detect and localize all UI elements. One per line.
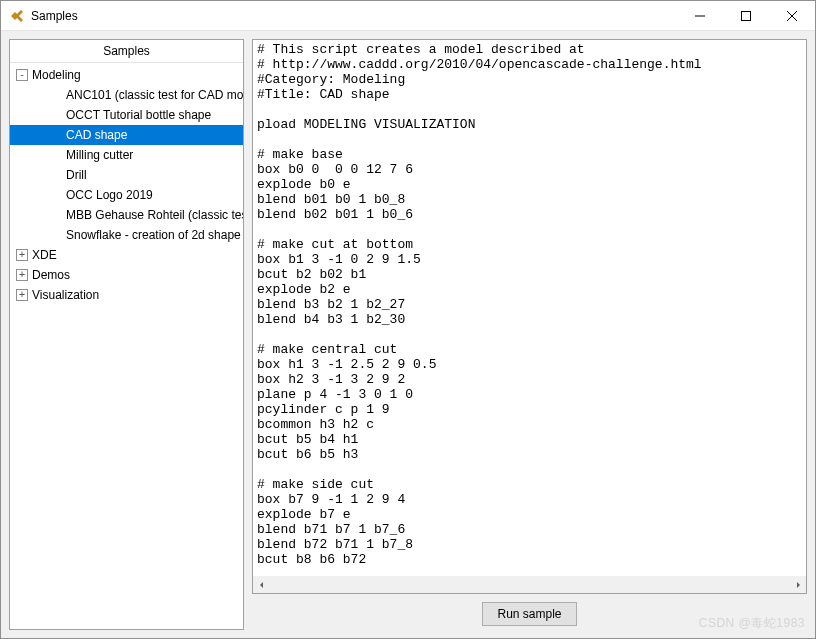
close-button[interactable] [769, 1, 815, 31]
titlebar-left: Samples [1, 8, 78, 24]
expander-spacer [50, 129, 62, 141]
tree-item[interactable]: OCCT Tutorial bottle shape [10, 105, 243, 125]
tree-item-label: OCC Logo 2019 [66, 188, 153, 202]
tree-item[interactable]: Snowflake - creation of 2d shape [10, 225, 243, 245]
tree-view[interactable]: -ModelingANC101 (classic test for CAD mo… [10, 63, 243, 629]
run-row: Run sample [252, 602, 807, 630]
expander-spacer [50, 229, 62, 241]
code-text: # This script creates a model described … [253, 40, 806, 569]
app-window: Samples Samples -ModelingANC101 (classic… [0, 0, 816, 639]
tree-item-label: ANC101 (classic test for CAD modeling) [66, 88, 243, 102]
tree-item-label: CAD shape [66, 128, 127, 142]
scrollbar-track[interactable] [270, 576, 789, 593]
expand-icon[interactable]: + [16, 289, 28, 301]
tree-item-label: Demos [32, 268, 70, 282]
collapse-icon[interactable]: - [16, 69, 28, 81]
code-view[interactable]: # This script creates a model described … [252, 39, 807, 594]
tree-item-label: Drill [66, 168, 87, 182]
svg-rect-1 [742, 11, 751, 20]
expand-icon[interactable]: + [16, 269, 28, 281]
tree-item-label: Milling cutter [66, 148, 133, 162]
tree-panel: Samples -ModelingANC101 (classic test fo… [9, 39, 244, 630]
left-panel: Samples -ModelingANC101 (classic test fo… [1, 31, 244, 638]
expand-icon[interactable]: + [16, 249, 28, 261]
tree-item-label: Modeling [32, 68, 81, 82]
tree-item[interactable]: MBB Gehause Rohteil (classic test for CA… [10, 205, 243, 225]
window-title: Samples [31, 9, 78, 23]
tree-header: Samples [10, 40, 243, 63]
tree-item-label: OCCT Tutorial bottle shape [66, 108, 211, 122]
minimize-button[interactable] [677, 1, 723, 31]
tree-item[interactable]: -Modeling [10, 65, 243, 85]
tree-item-label: Visualization [32, 288, 99, 302]
horizontal-scrollbar[interactable] [253, 576, 806, 593]
maximize-button[interactable] [723, 1, 769, 31]
svg-marker-5 [797, 582, 800, 588]
window-body: Samples -ModelingANC101 (classic test fo… [1, 31, 815, 638]
expander-spacer [50, 89, 62, 101]
run-sample-button[interactable]: Run sample [482, 602, 576, 626]
scroll-right-button[interactable] [789, 576, 806, 593]
expander-spacer [50, 169, 62, 181]
tree-item[interactable]: +Demos [10, 265, 243, 285]
expander-spacer [50, 149, 62, 161]
expander-spacer [50, 189, 62, 201]
tree-item[interactable]: Drill [10, 165, 243, 185]
svg-marker-4 [260, 582, 263, 588]
tree-item-label: Snowflake - creation of 2d shape [66, 228, 241, 242]
tree-item[interactable]: +Visualization [10, 285, 243, 305]
tree-item-label: MBB Gehause Rohteil (classic test for CA… [66, 208, 243, 222]
app-icon [9, 8, 25, 24]
tree-item[interactable]: +XDE [10, 245, 243, 265]
tree-item-label: XDE [32, 248, 57, 262]
expander-spacer [50, 209, 62, 221]
right-panel: # This script creates a model described … [244, 31, 815, 638]
expander-spacer [50, 109, 62, 121]
tree-item[interactable]: CAD shape [10, 125, 243, 145]
tree-item[interactable]: Milling cutter [10, 145, 243, 165]
tree-item[interactable]: ANC101 (classic test for CAD modeling) [10, 85, 243, 105]
window-controls [677, 1, 815, 31]
tree-item[interactable]: OCC Logo 2019 [10, 185, 243, 205]
titlebar: Samples [1, 1, 815, 31]
scroll-left-button[interactable] [253, 576, 270, 593]
